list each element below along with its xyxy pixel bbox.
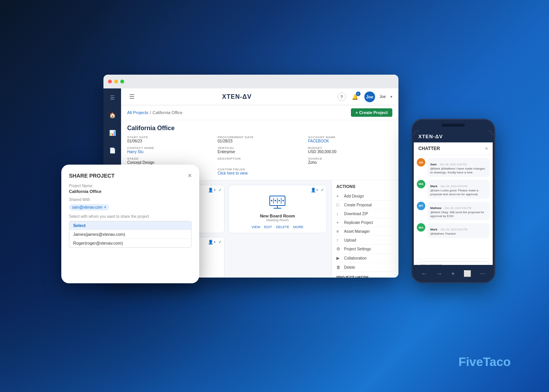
room2-top-icons: 👤+ ✓ xyxy=(311,188,324,193)
chatter-close-button[interactable]: × xyxy=(485,145,488,152)
mark-avatar2: MA xyxy=(417,223,425,232)
room1-user-icon: 👤+ xyxy=(208,188,216,193)
start-date-value: 01/06/23 xyxy=(127,139,211,143)
sam-bubble: Sam Dec 28, 2022 6:03 PM @Mark @Mathew I… xyxy=(428,158,490,177)
sam-text: @Mark @Mathew I have made changes to dra… xyxy=(430,167,487,175)
chat-input-field[interactable] xyxy=(417,261,490,265)
room2-view[interactable]: VIEW xyxy=(251,225,260,229)
sidebar-menu-icon[interactable]: ☰ xyxy=(107,92,118,103)
help-icon[interactable]: ? xyxy=(338,93,346,101)
custom-fields-value[interactable]: Click here to view xyxy=(218,171,302,175)
minimize-dot[interactable] xyxy=(114,80,118,83)
room2-delete[interactable]: DELETE xyxy=(276,225,289,229)
svg-point-17 xyxy=(282,200,284,201)
project-users-title: PROJECT USERS xyxy=(336,276,394,278)
source-value: Zoho xyxy=(308,160,392,165)
share-close-button[interactable]: × xyxy=(188,172,192,179)
user-name-label: Joe xyxy=(380,95,386,99)
select-option-roger[interactable]: Roger(roger@xtenav.com) xyxy=(69,238,191,247)
collaboration-label: Collaboration xyxy=(344,256,367,260)
actions-panel: ACTIONS + Add Design □ Create Proposal ↓… xyxy=(331,180,398,278)
actions-title: ACTIONS xyxy=(336,184,394,189)
project-settings-icon: ⚙ xyxy=(336,247,342,252)
room2-edit[interactable]: EDIT xyxy=(264,225,272,229)
mark-bubble2: Mark Dec 28, 2022 6:05 PM @Mathew Thanks… xyxy=(428,223,490,238)
maximize-dot[interactable] xyxy=(120,80,124,83)
phone-add-icon[interactable]: + xyxy=(451,270,455,277)
chat-message-mark2: MA Mark Dec 28, 2022 6:05 PM @Mathew Tha… xyxy=(417,223,490,238)
browser-titlebar xyxy=(103,75,398,88)
phone-menu-icon[interactable]: ··· xyxy=(480,270,485,277)
phone-back-icon[interactable]: ← xyxy=(421,270,428,277)
shared-with-label: Shared With xyxy=(69,198,192,202)
user-avatar[interactable]: Joe xyxy=(364,91,375,102)
chat-message-mark1: MA Mark Dec 28, 2022 6:04 PM @Sam Looks … xyxy=(417,180,490,199)
top-nav: ☰ XTEN-ΔV ? 🔔 1 Joe Joe ▾ xyxy=(121,88,398,105)
action-replicate[interactable]: + Replicate Project xyxy=(336,218,394,227)
action-download-zip[interactable]: ↓ Download ZIP xyxy=(336,209,394,218)
room2-type: Meeting Room xyxy=(266,218,289,222)
source-label: SOURCE xyxy=(308,157,392,160)
phone-tab-icon[interactable]: ⬜ xyxy=(464,270,471,277)
phone-logo: XTEN-ΔV xyxy=(418,134,443,139)
shared-email-tag: sam@xtenav.com × xyxy=(69,204,109,211)
action-add-design[interactable]: + Add Design xyxy=(336,192,394,201)
mark-sender2: Mark xyxy=(430,228,438,231)
chat-message-mathew: MT Mathew Dec 28, 2022 6:04 PM @Mark Oka… xyxy=(417,202,490,220)
action-asset-manager[interactable]: ≡ Asset Manager xyxy=(336,227,394,236)
breadcrumb: All Projects / California Office xyxy=(127,110,182,115)
close-dot[interactable] xyxy=(108,80,112,83)
contact-name-value[interactable]: Harry Stu xyxy=(127,150,211,154)
notification-icon[interactable]: 🔔 1 xyxy=(351,92,360,101)
mark-time2: Dec 28, 2022 6:05 PM xyxy=(441,228,467,231)
create-proposal-label: Create Proposal xyxy=(344,203,372,207)
shared-email-text: sam@xtenav.com xyxy=(72,205,102,209)
breadcrumb-current: California Office xyxy=(152,110,182,115)
sidebar-home-icon[interactable]: 🏠 xyxy=(107,110,118,121)
stage-label: STAGE xyxy=(127,157,211,160)
share-dialog-header: SHARE PROJECT × xyxy=(69,172,192,179)
stage-value: Concept Design xyxy=(127,160,211,165)
mark-bubble1: Mark Dec 28, 2022 6:04 PM @Sam Looks goo… xyxy=(428,180,490,199)
action-delete[interactable]: 🗑 Delete xyxy=(336,263,394,272)
phone-window: XTEN-ΔV CHATTER × SA Sam Dec 28, 2022 6:… xyxy=(411,119,495,283)
remove-tag-icon[interactable]: × xyxy=(104,205,106,209)
room2-actions: VIEW EDIT DELETE MORE xyxy=(251,225,303,229)
dropdown-icon[interactable]: ▾ xyxy=(390,95,392,99)
share-project-name: California Office xyxy=(69,189,192,194)
breadcrumb-bar: All Projects / California Office + Creat… xyxy=(121,105,398,120)
action-collaboration[interactable]: ▶ Collaboration xyxy=(336,254,394,263)
share-title-text: SHARE PROJECT xyxy=(69,173,115,179)
project-name-field-label: Project Name: xyxy=(69,184,192,188)
action-create-proposal[interactable]: □ Create Proposal xyxy=(336,201,394,209)
mark-time1: Dec 28, 2022 6:04 PM xyxy=(441,185,467,188)
hamburger-icon[interactable]: ☰ xyxy=(127,92,136,101)
sidebar-doc-icon[interactable]: 📄 xyxy=(107,145,118,156)
room1-check-icon: ✓ xyxy=(218,188,222,193)
room2-icon xyxy=(268,192,287,211)
account-name-label: ACCOUNT NAME xyxy=(308,136,392,139)
phone-logo-bar: XTEN-ΔV xyxy=(414,131,493,142)
notification-badge: 1 xyxy=(356,91,361,96)
delete-label: Delete xyxy=(344,265,355,270)
add-design-label: Add Design xyxy=(344,194,364,198)
breadcrumb-all-projects[interactable]: All Projects xyxy=(127,110,148,115)
phone-forward-icon[interactable]: → xyxy=(436,270,442,277)
svg-point-14 xyxy=(271,200,272,201)
select-header[interactable]: Select xyxy=(69,221,191,230)
sidebar-chart-icon[interactable]: 📊 xyxy=(107,127,118,138)
action-upload[interactable]: ↑ Upload xyxy=(336,236,394,245)
action-project-settings[interactable]: ⚙ Project Settings xyxy=(336,245,394,254)
mathew-bubble: Mathew Dec 28, 2022 6:04 PM @Mark Okay. … xyxy=(428,202,490,220)
budget-value: USD 350,000.00 xyxy=(308,150,392,154)
phone-nav-bar: ← → + ⬜ ··· xyxy=(412,265,494,282)
phone-content: XTEN-ΔV CHATTER × SA Sam Dec 28, 2022 6:… xyxy=(414,131,493,265)
account-name-value[interactable]: FACEBOOK xyxy=(308,139,392,143)
add-design-icon: + xyxy=(336,194,342,198)
room2-more[interactable]: MORE xyxy=(293,225,303,229)
select-option-james[interactable]: James(james@xtenav.com) xyxy=(69,230,191,238)
phone-notch-bar xyxy=(442,124,465,127)
replicate-icon: + xyxy=(336,220,342,225)
create-project-button[interactable]: + Create Project xyxy=(351,108,392,117)
svg-point-15 xyxy=(275,200,276,201)
